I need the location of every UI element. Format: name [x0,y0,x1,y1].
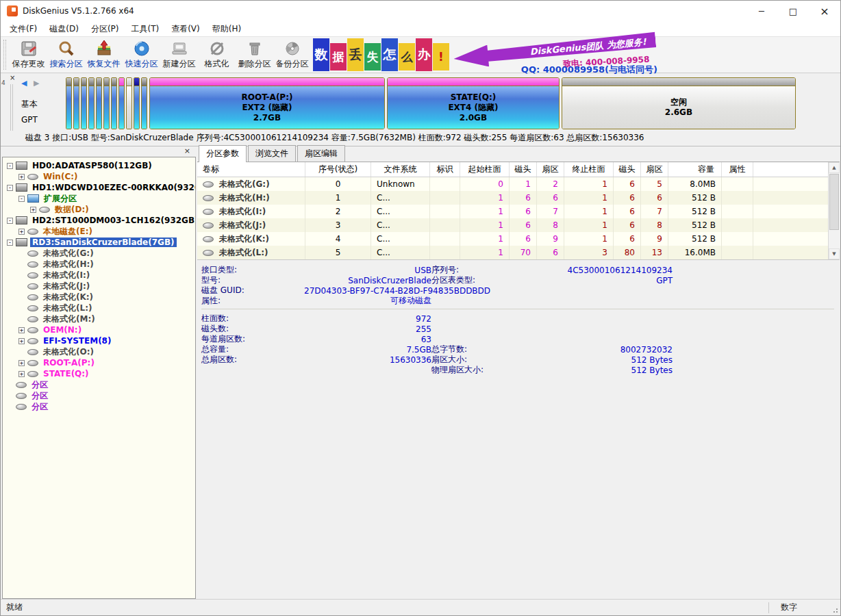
tree-item[interactable]: 未格式化(I:) [3,270,195,281]
scroll-up-icon[interactable]: ▲ [829,162,840,173]
tree-item[interactable]: + EFI-SYSTEM(8) [3,335,195,346]
column-header[interactable] [753,162,840,177]
tree-expander-icon[interactable]: + [18,327,25,333]
partition-bar-small[interactable] [134,77,140,129]
column-header[interactable]: 磁头 [614,162,641,177]
tree-item[interactable]: 未格式化(M:) [3,313,195,324]
partition-map-grip[interactable] [10,84,13,131]
tree-item[interactable]: - 扩展分区 [3,193,195,204]
table-row[interactable]: 未格式化(L:) 5 C... 1 70 6 3 80 13 16.0MB [197,246,840,259]
view-mode-label[interactable]: 基本 [21,99,38,110]
column-header[interactable]: 起始柱面 [460,162,510,177]
toolbar-grip[interactable] [3,40,6,70]
column-header[interactable]: 扇区 [537,162,564,177]
partition-bar[interactable]: ROOT-A(P:) EXT2 (隐藏) 2.7GB [149,77,385,129]
tab[interactable]: 扇区编辑 [297,145,345,162]
tree-expander-icon[interactable]: - [7,240,13,246]
column-header[interactable]: 标识 [430,162,460,177]
partition-bar-small[interactable] [96,77,102,129]
tree-panel-close-icon[interactable]: × [184,147,190,155]
partition-bar-small[interactable] [88,77,95,129]
partition-bar-small[interactable] [103,77,110,129]
table-row[interactable]: 未格式化(I:) 2 C... 1 6 7 1 6 7 512 B [197,205,840,218]
tree-expander-icon[interactable]: - [7,218,13,224]
tree-item[interactable]: 分区 [3,401,195,412]
tree-item[interactable]: 未格式化(H:) [3,259,195,270]
tree-item[interactable]: - HD2:ST1000DM003-1CH162(932GB) [3,215,195,226]
tree-item[interactable]: - RD3:SanDiskCruzerBlade(7GB) [3,237,195,248]
maximize-button[interactable]: □ [777,1,809,21]
partition-map-close-icon[interactable]: × [10,75,15,81]
recover-files-button[interactable]: 恢复文件 [85,38,123,72]
tree-item[interactable]: + OEM(N:) [3,324,195,335]
scroll-down-icon[interactable]: ▼ [829,248,840,259]
tree-expander-icon[interactable]: + [18,338,25,344]
partition-bar-small[interactable] [141,77,147,129]
column-header[interactable]: 终止柱面 [564,162,614,177]
tree-expander-icon[interactable]: - [18,196,25,202]
column-header[interactable]: 文件系统 [371,162,430,177]
table-row[interactable]: 未格式化(G:) 0 Unknown 0 1 2 1 6 5 8.0MB [197,177,840,191]
tree-expander-icon[interactable]: + [18,360,25,366]
column-header[interactable]: 磁头 [510,162,537,177]
table-row[interactable]: 未格式化(J:) 3 C... 1 6 8 1 6 8 512 B [197,218,840,232]
next-disk-icon[interactable]: ▶ [34,79,41,88]
table-scrollbar[interactable]: ▲ ▼ [828,162,840,259]
partition-bar-small[interactable] [66,77,72,129]
menu-item[interactable]: 分区(P) [85,21,125,37]
menu-item[interactable]: 查看(V) [165,21,206,37]
tree-item[interactable]: + ROOT-A(P:) [3,357,195,368]
save-changes-button[interactable]: 保存更改 [10,38,47,72]
tree-item[interactable]: 分区 [3,379,195,390]
tree-expander-icon[interactable]: + [18,229,25,235]
tree-item[interactable]: 未格式化(J:) [3,281,195,292]
partition-bar[interactable]: STATE(Q:) EXT4 (隐藏) 2.0GB [387,77,560,129]
tree-item[interactable]: + 数据(D:) [3,204,195,215]
search-partition-button[interactable]: 搜索分区 [47,38,85,72]
column-header[interactable]: 序号(状态) [305,162,371,177]
tree-expander-icon[interactable]: - [7,163,13,169]
partition-bar-small[interactable] [126,77,132,129]
delete-partition-button[interactable]: 删除分区 [236,38,273,72]
tree-expander-icon[interactable]: + [30,207,36,213]
menu-item[interactable]: 文件(F) [3,21,43,37]
menu-item[interactable]: 磁盘(D) [43,21,85,37]
scrollbar-thumb[interactable] [829,174,839,230]
tree-item[interactable]: + Win(C:) [3,171,195,182]
tree-item[interactable]: + 本地磁盘(E:) [3,226,195,237]
column-header[interactable]: 扇区 [641,162,668,177]
partition-bar-small[interactable] [111,77,117,129]
partition-bar-small[interactable] [73,77,79,129]
tree-item[interactable]: 未格式化(G:) [3,248,195,259]
tree-expander-icon[interactable]: - [7,185,13,191]
tree-item[interactable]: 未格式化(K:) [3,292,195,303]
tree-item[interactable]: - HD0:ADATASP580(112GB) [3,160,195,171]
tree-item[interactable]: 分区 [3,390,195,401]
partition-bar-small[interactable] [118,77,125,129]
tree-item[interactable]: + STATE(Q:) [3,368,195,379]
menu-item[interactable]: 工具(T) [125,21,165,37]
column-header[interactable]: 容量 [668,162,722,177]
ad-banner[interactable]: 数 据 丢 失 怎 么 办 ! DiskGenius团队 为您服务! [313,38,659,73]
tree-item[interactable]: - HD1:WDCWD10EZEC-00RKKA0(932GB) [3,182,195,193]
minimize-button[interactable]: ─ [746,1,777,21]
tree-item[interactable]: 未格式化(L:) [3,303,195,313]
format-button[interactable]: 格式化 [198,38,236,72]
quick-partition-button[interactable]: 快速分区 [123,38,160,72]
close-button[interactable]: × [809,1,840,21]
table-row[interactable]: 未格式化(K:) 4 C... 1 6 9 1 6 9 512 B [197,232,840,246]
prev-disk-icon[interactable]: ◀ [21,79,29,88]
tab[interactable]: 分区参数 [199,145,247,162]
tab[interactable]: 浏览文件 [248,145,296,162]
partition-bar-small[interactable] [81,77,87,129]
column-header[interactable]: 卷标 [197,162,305,177]
resize-grip[interactable] [829,600,840,615]
table-row[interactable]: 未格式化(H:) 1 C... 1 6 6 1 6 6 512 B [197,191,840,205]
backup-partition-button[interactable]: 备份分区 [273,38,311,72]
tree-item[interactable]: 未格式化(O:) [3,346,195,357]
partition-bar[interactable]: 空闲 2.6GB [562,77,796,129]
tree-expander-icon[interactable]: + [18,174,25,180]
tree-expander-icon[interactable]: + [18,371,25,377]
column-header[interactable]: 属性 [722,162,753,177]
new-partition-button[interactable]: 新建分区 [160,38,198,72]
